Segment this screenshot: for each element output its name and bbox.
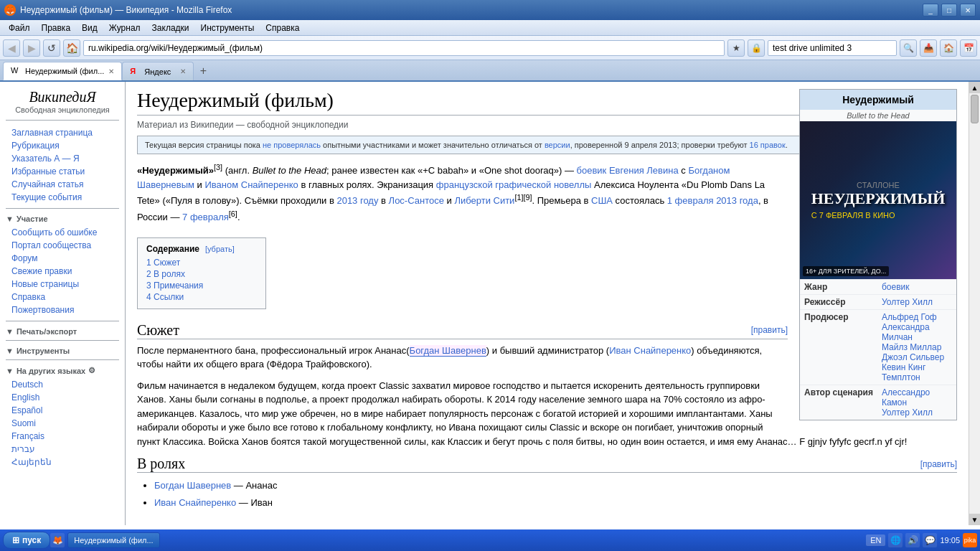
- infobox-label-producer: Продюсер: [800, 310, 877, 385]
- notice-link-unchecked[interactable]: не проверялась: [263, 141, 321, 149]
- languages-settings-icon[interactable]: ⚙: [88, 366, 95, 375]
- cast-role-0: Ананас: [245, 480, 277, 491]
- cast-item-0: Богдан Шавернев — Ананас: [154, 477, 957, 494]
- back-button[interactable]: ◀: [3, 39, 20, 57]
- scroll-up-button[interactable]: ▲: [969, 82, 980, 93]
- nav-item-featured[interactable]: Избранные статьи: [6, 165, 119, 178]
- participate-toggle[interactable]: ▼: [6, 215, 14, 223]
- lang-espanol[interactable]: Español: [6, 404, 119, 417]
- nav-item-random[interactable]: Случайная статья: [6, 178, 119, 191]
- link-graphic[interactable]: графической новеллы: [495, 179, 591, 190]
- tools-toggle[interactable]: ▼: [6, 347, 14, 355]
- link-french[interactable]: французской: [436, 179, 493, 190]
- toc-link-2[interactable]: 2 В ролях: [146, 269, 185, 279]
- taskbar: ⊞ пуск 🦊 Неудержимый (фил... EN 🌐 🔊 💬 19…: [0, 529, 980, 551]
- link-usa[interactable]: США: [591, 196, 613, 207]
- close-button[interactable]: ✕: [960, 4, 976, 17]
- navigation-bar: ◀ ▶ ↺ 🏠 ★ 🔒 🔍 📥 🏠 📅: [0, 36, 980, 60]
- nav-donate[interactable]: Пожертвования: [6, 303, 119, 316]
- link-bogdan-shav[interactable]: Богдан Шавернев: [410, 345, 486, 357]
- new-tab-button[interactable]: +: [194, 62, 212, 80]
- refresh-button[interactable]: ↺: [43, 39, 60, 57]
- scroll-down-button[interactable]: ▼: [969, 514, 980, 525]
- languages-toggle[interactable]: ▼: [6, 367, 14, 375]
- downloads-icon[interactable]: 📥: [920, 39, 937, 57]
- nav-item-main[interactable]: Заглавная страница: [6, 126, 119, 139]
- link-2013[interactable]: 2013 году: [336, 196, 378, 207]
- notice-link-version[interactable]: версии: [545, 141, 570, 149]
- minimize-button[interactable]: _: [923, 4, 938, 17]
- nav-recent[interactable]: Свежие правки: [6, 265, 119, 278]
- calendar-icon[interactable]: 📅: [960, 39, 977, 57]
- link-lc[interactable]: Либерти Сити: [454, 196, 514, 207]
- taskbar-pikabu-icon[interactable]: pika: [963, 533, 977, 547]
- nav-forum[interactable]: Форум: [6, 252, 119, 265]
- nav-help[interactable]: Справка: [6, 291, 119, 303]
- link-date1[interactable]: 1 февраля 2013 года: [667, 196, 758, 207]
- link-evgeny[interactable]: Евгения Левина: [609, 165, 679, 176]
- notice-link-edits[interactable]: 16 правок: [750, 141, 786, 149]
- lang-hebrew[interactable]: עברית: [6, 443, 119, 456]
- search-button[interactable]: 🔍: [900, 39, 917, 57]
- lang-suomi[interactable]: Suomi: [6, 417, 119, 430]
- lang-english[interactable]: English: [6, 391, 119, 404]
- taskbar-browser-btn[interactable]: Неудержимый (фил...: [67, 532, 159, 548]
- cast-list: Богдан Шавернев — Ананас Иван Снайперенк…: [154, 477, 957, 511]
- lang-francais[interactable]: Français: [6, 430, 119, 443]
- nav-item-rubric[interactable]: Рубрикация: [6, 139, 119, 152]
- toc-link-4[interactable]: 4 Ссылки: [146, 292, 184, 302]
- menu-history[interactable]: Журнал: [103, 22, 146, 34]
- taskbar-network-icon: 🌐: [888, 533, 903, 547]
- toc-item-2: 2 В ролях: [146, 268, 257, 280]
- menu-file[interactable]: Файл: [3, 22, 36, 34]
- print-header: ▼ Печать/экспорт: [6, 327, 119, 336]
- tab-wikipedia[interactable]: W Неудержимый (фил... ✕: [3, 62, 122, 80]
- print-toggle[interactable]: ▼: [6, 327, 14, 336]
- forward-button[interactable]: ▶: [23, 39, 40, 57]
- menu-view[interactable]: Вид: [76, 22, 103, 34]
- wiki-nav-print: ▼ Печать/экспорт: [6, 327, 119, 336]
- edit-roles[interactable]: [править]: [920, 459, 957, 469]
- home-button[interactable]: 🏠: [63, 39, 80, 57]
- home-icon[interactable]: 🏠: [940, 39, 957, 57]
- cast-link-bogdan[interactable]: Богдан Шавернев: [154, 480, 231, 491]
- nav-community[interactable]: Портал сообщества: [6, 239, 119, 252]
- ssl-icon[interactable]: 🔒: [748, 39, 765, 57]
- toc-link-3[interactable]: 3 Примечания: [146, 281, 203, 291]
- menu-bookmarks[interactable]: Закладки: [146, 22, 195, 34]
- lang-deutsch[interactable]: Deutsch: [6, 378, 119, 391]
- link-ivan-sn[interactable]: Иван Снайперенко: [609, 345, 691, 356]
- bookmark-star-icon[interactable]: ★: [727, 39, 745, 57]
- menu-help[interactable]: Справка: [260, 22, 305, 34]
- nav-new-pages[interactable]: Новые страницы: [6, 278, 119, 291]
- menu-tools[interactable]: Инструменты: [195, 22, 260, 34]
- toc-link-1[interactable]: 1 Сюжет: [146, 258, 180, 268]
- nav-item-index[interactable]: Указатель А — Я: [6, 152, 119, 165]
- taskbar-firefox-icon[interactable]: 🦊: [50, 533, 65, 547]
- link-date2[interactable]: 7 февраля: [182, 212, 229, 222]
- tab-close-yandex[interactable]: ✕: [180, 67, 186, 75]
- wiki-nav-main: Заглавная страница Рубрикация Указатель …: [6, 126, 119, 204]
- link-ls[interactable]: Лос-Сантосе: [389, 196, 444, 207]
- nav-report-error[interactable]: Сообщить об ошибке: [6, 226, 119, 239]
- wiki-nav-tools: ▼ Инструменты: [6, 347, 119, 355]
- edit-syuzhet[interactable]: [править]: [751, 325, 788, 335]
- nav-item-current[interactable]: Текущие события: [6, 191, 119, 204]
- address-bar[interactable]: [83, 40, 725, 56]
- tab-yandex[interactable]: Я Яндекс ✕: [122, 62, 194, 80]
- start-button[interactable]: ⊞ пуск: [3, 532, 50, 549]
- link-ivan[interactable]: Иваном Снайперенко: [204, 179, 298, 190]
- maximize-button[interactable]: □: [941, 4, 957, 17]
- tab-close-wikipedia[interactable]: ✕: [108, 67, 114, 75]
- search-input[interactable]: [768, 40, 897, 56]
- toc-hide-link[interactable]: [убрать]: [205, 245, 235, 253]
- tab-label-wikipedia: Неудержимый (фил...: [25, 67, 104, 75]
- lang-armenian[interactable]: Հայերեն: [6, 456, 119, 468]
- cast-link-ivan[interactable]: Иван Снайперенко: [154, 497, 236, 508]
- link-boevic[interactable]: боевик: [577, 165, 607, 176]
- infobox-row-genre: Жанр боевик: [800, 280, 956, 295]
- scroll-thumb[interactable]: [971, 95, 979, 123]
- movie-poster: СТАЛЛОНЕ НЕУДЕРЖИМЫЙ С 7 ФЕВРАЛЯ В КИНО: [800, 121, 956, 279]
- scrollbar[interactable]: ▲ ▼: [969, 82, 980, 525]
- menu-edit[interactable]: Правка: [36, 22, 77, 34]
